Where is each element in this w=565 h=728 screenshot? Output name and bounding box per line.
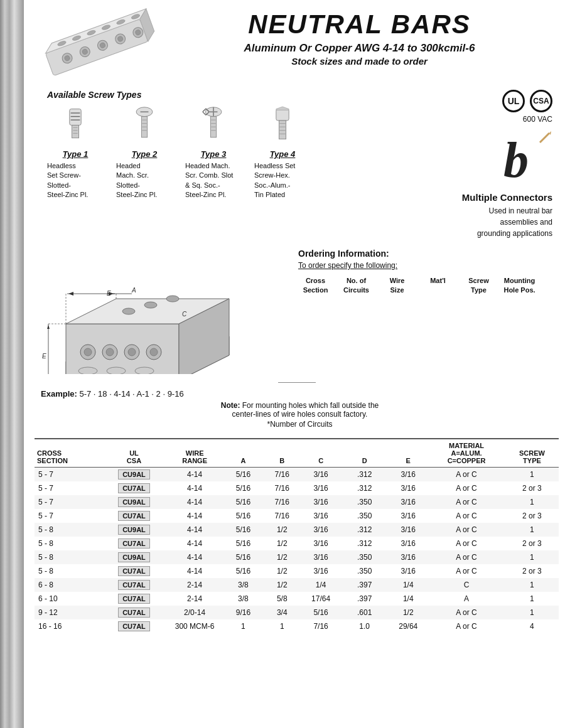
cell-c: 3/16 [301,523,340,537]
cell-ul: CU7AL [102,509,166,523]
cell-cross: 16 - 16 [35,619,102,633]
cell-c: 3/16 [301,564,340,578]
table-row: 5 - 8 CU9AL 4-14 5/16 1/2 3/16 .350 3/16… [35,550,559,564]
cell-wire: 4-14 [166,537,224,550]
cell-screw: 1 [505,592,559,606]
cell-e: 3/16 [389,468,428,482]
cell-e: 1/4 [389,592,428,606]
th-wire-range: WIRERANGE [166,439,224,468]
svg-point-61 [84,348,92,356]
screw-type2-desc: HeadedMach. Scr.Slotted-Steel-Zinc Pl. [116,161,173,200]
table-row: 9 - 12 CU7AL 2/0-14 9/16 3/4 5/16 .601 1… [35,606,559,619]
th-cross-section: CROSSSECTION [35,439,102,468]
svg-marker-52 [549,131,551,135]
cell-d: .601 [340,606,389,619]
cell-c: 3/16 [301,481,340,495]
table-row: 5 - 7 CU7AL 4-14 5/16 7/16 3/16 .312 3/1… [35,481,559,495]
cell-e: 3/16 [389,564,428,578]
table-row: 6 - 10 CU7AL 2-14 3/8 5/8 17/64 .397 1/4… [35,592,559,606]
cell-mat: A or C [428,523,505,537]
multiple-connectors-desc: Used in neutral barassemblies andgroundi… [421,205,552,239]
neutral-bar-diagram: E A C B D E [35,249,279,374]
cell-mat: A or C [428,550,505,564]
cell-ul: CU7AL [102,578,166,592]
cell-screw: 1 [505,523,559,537]
example-section: Example: 5-7 · 18 · 4-14 · A-1 · 2 · 9-1… [35,389,559,429]
th-c: C [301,439,340,468]
cell-cross: 5 - 8 [35,523,102,537]
cell-d: .350 [340,509,389,523]
ordering-col-wire: WireSize [380,276,414,296]
svg-point-70 [135,367,154,374]
example-label: Example: [41,389,77,399]
table-row: 5 - 7 CU7AL 4-14 5/16 7/16 3/16 .350 3/1… [35,509,559,523]
th-ul-csa: ULCSA [102,439,166,468]
table-row: 6 - 8 CU7AL 2-14 3/8 1/2 1/4 .397 1/4 C … [35,578,559,592]
cell-ul: CU7AL [102,606,166,619]
cell-c: 1/4 [301,578,340,592]
cell-b: 3/4 [262,606,301,619]
svg-line-51 [540,133,549,142]
table-row: 5 - 7 CU9AL 4-14 5/16 7/16 3/16 .312 3/1… [35,468,559,482]
cell-mat: C [428,578,505,592]
cell-screw: 1 [505,550,559,564]
cell-d: .397 [340,578,389,592]
cell-wire: 4-14 [166,481,224,495]
table-row: 5 - 7 CU9AL 4-14 5/16 7/16 3/16 .350 3/1… [35,495,559,509]
table-row: 5 - 8 CU7AL 4-14 5/16 1/2 3/16 .312 3/16… [35,537,559,550]
multiple-connectors-title: Multiple Connectors [421,192,552,203]
csa-badge: CSA [530,90,552,112]
cell-a: 5/16 [224,495,263,509]
cell-c: 3/16 [301,550,340,564]
cell-cross: 6 - 10 [35,592,102,606]
ordering-columns: CrossSection No. ofCircuits WireSize Mat… [298,276,559,296]
cell-wire: 2-14 [166,592,224,606]
svg-marker-44 [276,107,289,110]
svg-marker-92 [68,292,73,296]
cell-a: 1 [224,619,263,633]
cell-a: 5/16 [224,509,263,523]
cell-d: .350 [340,564,389,578]
title-area: NEUTRAL BARS Aluminum Or Copper AWG 4-14… [160,6,559,67]
table-header-row: CROSSSECTION ULCSA WIRERANGE A B C D E M… [35,439,559,468]
cell-screw: 1 [505,578,559,592]
screw-type1-desc: HeadlessSet Screw-Slotted-Steel-Zinc Pl. [47,161,104,200]
screw-type-1: Type 1 HeadlessSet Screw-Slotted-Steel-Z… [47,106,104,200]
cell-a: 5/16 [224,564,263,578]
cell-a: 5/16 [224,537,263,550]
cell-a: 9/16 [224,606,263,619]
cell-wire: 2/0-14 [166,606,224,619]
cell-a: 5/16 [224,550,263,564]
cell-b: 1/2 [262,550,301,564]
cell-cross: 5 - 8 [35,537,102,550]
cell-wire: 4-14 [166,468,224,482]
cell-mat: A or C [428,509,505,523]
cell-e: 3/16 [389,509,428,523]
ul-badge: UL [502,90,525,112]
svg-text:E: E [42,353,46,360]
cell-b: 1 [262,619,301,633]
screw-type3-label: Type 3 [185,149,242,159]
cell-a: 5/16 [224,468,263,482]
cell-b: 1/2 [262,523,301,537]
cell-screw: 1 [505,468,559,482]
cell-cross: 9 - 12 [35,606,102,619]
svg-text:b: b [503,132,529,186]
asterisk-note: *Number of Circuits [41,420,559,429]
cell-mat: A or C [428,468,505,482]
page-title: NEUTRAL BARS [160,9,559,40]
product-image-area [35,6,160,83]
ordering-subtitle: To order specify the following: [298,261,559,270]
svg-rect-43 [276,109,289,120]
cell-b: 7/16 [262,481,301,495]
multiple-connectors-area: b Multiple Connectors Used in neutral ba… [421,130,552,239]
screw-type-4: Type 4 Headless SetScrew-Hex.Soc.-Alum.-… [254,106,311,200]
cell-b: 7/16 [262,495,301,509]
cell-ul: CU9AL [102,550,166,564]
screw-types-title: Available Screw Types [47,90,421,100]
ordering-col-circuits: No. ofCircuits [339,276,374,296]
screw-type2-label: Type 2 [116,149,173,159]
table-row: 16 - 16 CU7AL 300 MCM-6 1 1 7/16 1.0 29/… [35,619,559,633]
th-material: MATERIALA=ALUM.C=COPPER [428,439,505,468]
ordering-col-mounting: MountingHole Pos. [502,276,537,296]
